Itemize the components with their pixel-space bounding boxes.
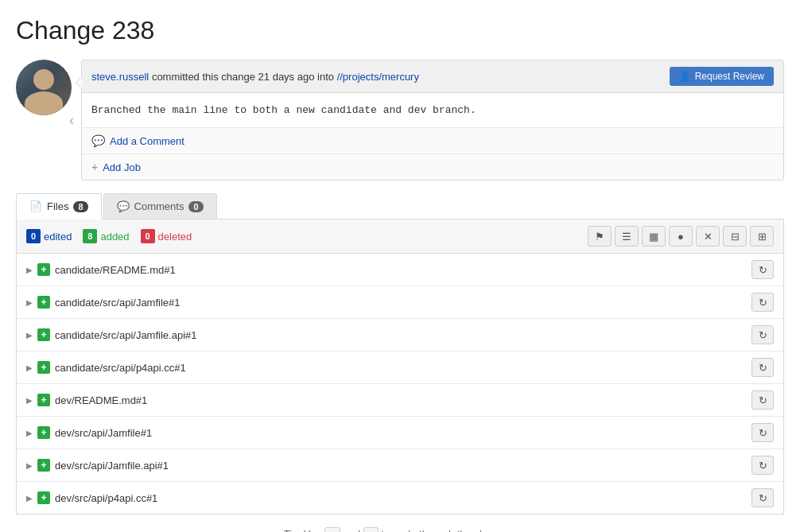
file-added-icon: + [37, 491, 50, 504]
file-refresh-btn[interactable]: ↻ [751, 293, 774, 312]
project-link[interactable]: //projects/mercury [337, 71, 419, 83]
toolbar-right: ⚑ ☰ ▦ ● ✕ ⊟ ⊞ [588, 226, 774, 247]
file-added-icon: + [37, 459, 50, 472]
tabs-section: 📄 Files 8 💬 Comments 0 [16, 193, 784, 219]
expand-arrow[interactable]: ▶ [26, 331, 33, 340]
file-added-icon: + [37, 263, 50, 276]
file-row-left: ▶+candidate/src/api/Jamfile.api#1 [26, 328, 197, 341]
file-refresh-btn[interactable]: ↻ [751, 423, 774, 442]
toolbar-grid-btn[interactable]: ▦ [642, 226, 666, 247]
stat-deleted: 0 deleted [141, 229, 192, 243]
file-row: ▶+candidate/src/api/p4api.cc#1↻ [17, 351, 783, 384]
file-name[interactable]: dev/README.md#1 [55, 394, 147, 406]
file-name[interactable]: dev/src/api/Jamfile.api#1 [55, 460, 169, 472]
file-name[interactable]: dev/src/api/Jamfile#1 [55, 427, 152, 439]
toolbar-list-btn[interactable]: ☰ [615, 226, 639, 247]
file-row-left: ▶+dev/README.md#1 [26, 394, 147, 406]
file-refresh-btn[interactable]: ↻ [751, 488, 774, 507]
tab-files[interactable]: 📄 Files 8 [16, 193, 102, 219]
tab-comments[interactable]: 💬 Comments 0 [103, 193, 217, 219]
edited-label: edited [44, 231, 72, 243]
file-name[interactable]: candidate/src/api/Jamfile.api#1 [55, 329, 197, 341]
toolbar-plus-btn[interactable]: ⊞ [750, 226, 774, 247]
added-badge: 8 [83, 229, 97, 243]
expand-arrow[interactable]: ▶ [26, 461, 33, 470]
tab-comments-count: 0 [188, 201, 203, 212]
tab-comments-label: Comments [134, 200, 184, 212]
author-link[interactable]: steve.russell [91, 71, 149, 83]
file-added-icon: + [37, 296, 50, 309]
file-row: ▶+candidate/README.md#1↻ [17, 254, 783, 286]
request-review-button[interactable]: 👤 Request Review [670, 67, 774, 86]
file-refresh-btn[interactable]: ↻ [751, 260, 774, 279]
tab-files-count: 8 [73, 201, 87, 212]
file-name[interactable]: candidate/src/api/p4api.cc#1 [55, 362, 186, 374]
plus-icon: + [91, 161, 98, 173]
files-icon: 📄 [29, 200, 42, 212]
expand-arrow[interactable]: ▶ [26, 429, 33, 437]
file-row: ▶+dev/README.md#1↻ [17, 384, 783, 417]
file-list: ▶+candidate/README.md#1↻▶+candidate/src/… [16, 254, 784, 515]
file-name[interactable]: candidate/src/api/Jamfile#1 [55, 297, 181, 309]
file-refresh-btn[interactable]: ↻ [751, 390, 774, 410]
commit-message: Branched the main line to both a new can… [82, 93, 783, 128]
add-job-link[interactable]: Add Job [103, 161, 141, 173]
file-row-left: ▶+candidate/src/api/Jamfile#1 [26, 296, 181, 309]
tip-section: Tip: Use n and p to cycle through the ch… [16, 515, 784, 532]
file-name[interactable]: dev/src/api/p4api.cc#1 [55, 492, 157, 504]
file-row: ▶+dev/src/api/Jamfile.api#1↻ [17, 449, 783, 482]
file-added-icon: + [37, 328, 50, 341]
expand-arrow[interactable]: ▶ [26, 298, 33, 307]
nav-arrow-left[interactable]: ‹ [64, 108, 80, 132]
file-name[interactable]: candidate/README.md#1 [55, 264, 176, 276]
added-label: added [100, 231, 129, 243]
comments-icon: 💬 [117, 200, 130, 212]
stats-left: 0 edited 8 added 0 deleted [26, 229, 192, 243]
expand-arrow[interactable]: ▶ [26, 363, 33, 372]
deleted-badge: 0 [141, 229, 155, 243]
tip-key-p: p [363, 527, 379, 532]
toolbar-cross-btn[interactable]: ✕ [696, 226, 720, 247]
file-added-icon: + [37, 394, 50, 406]
page-title: Change 238 [16, 16, 784, 45]
add-comment-action[interactable]: 💬 Add a Comment [82, 128, 783, 154]
expand-arrow[interactable]: ▶ [26, 494, 33, 503]
expand-arrow[interactable]: ▶ [26, 396, 33, 405]
file-row: ▶+dev/src/api/p4api.cc#1↻ [17, 482, 783, 514]
tab-files-label: Files [47, 200, 68, 212]
toolbar-dot-btn[interactable]: ● [669, 226, 693, 247]
person-icon: 👤 [679, 71, 691, 82]
add-job-action[interactable]: + Add Job [82, 154, 783, 180]
stat-added: 8 added [83, 229, 129, 243]
deleted-label: deleted [158, 231, 192, 243]
tip-text-before: Tip: Use [284, 528, 325, 532]
expand-arrow[interactable]: ▶ [26, 266, 33, 274]
file-refresh-btn[interactable]: ↻ [751, 456, 774, 475]
file-added-icon: + [37, 361, 50, 374]
commit-meta: steve.russell committed this change 21 d… [91, 71, 419, 83]
edited-badge: 0 [26, 229, 41, 243]
tip-key-n: n [324, 527, 340, 532]
file-row: ▶+candidate/src/api/Jamfile#1↻ [17, 286, 783, 319]
tip-text-middle: and [343, 528, 363, 532]
add-comment-link[interactable]: Add a Comment [110, 135, 184, 147]
toolbar-minus-btn[interactable]: ⊟ [723, 226, 747, 247]
file-row: ▶+dev/src/api/Jamfile#1↻ [17, 417, 783, 449]
file-row-left: ▶+dev/src/api/Jamfile.api#1 [26, 459, 169, 472]
file-row: ▶+candidate/src/api/Jamfile.api#1↻ [17, 319, 783, 351]
stat-edited: 0 edited [26, 229, 72, 243]
comment-icon: 💬 [91, 134, 105, 147]
file-refresh-btn[interactable]: ↻ [751, 358, 774, 377]
file-row-left: ▶+candidate/README.md#1 [26, 263, 176, 276]
toolbar-flag-btn[interactable]: ⚑ [588, 226, 612, 247]
stats-toolbar: 0 edited 8 added 0 deleted ⚑ ☰ ▦ ● ✕ ⊟ ⊞ [16, 219, 784, 254]
file-row-left: ▶+dev/src/api/Jamfile#1 [26, 426, 152, 439]
file-row-left: ▶+candidate/src/api/p4api.cc#1 [26, 361, 186, 374]
file-added-icon: + [37, 426, 50, 439]
commit-info-panel: steve.russell committed this change 21 d… [81, 60, 784, 181]
file-row-left: ▶+dev/src/api/p4api.cc#1 [26, 491, 157, 504]
tip-text-after: to cycle through the changes. [381, 528, 516, 532]
avatar [16, 60, 72, 115]
file-refresh-btn[interactable]: ↻ [751, 325, 774, 344]
